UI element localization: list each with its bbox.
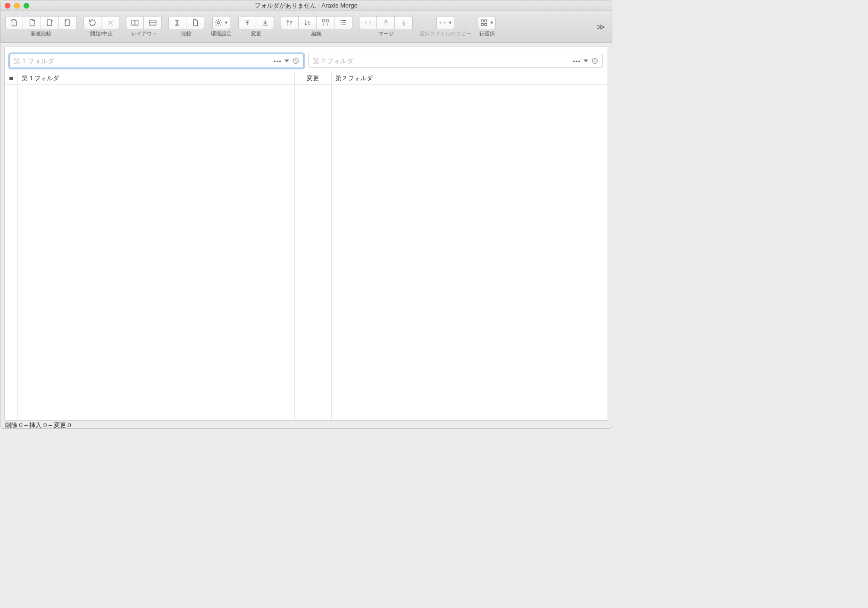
svg-rect-27 — [481, 24, 484, 26]
close-window-button[interactable] — [5, 3, 10, 8]
svg-point-23 — [385, 20, 386, 21]
toolbar-label-edit: 編集 — [311, 30, 322, 37]
dropdown-icon[interactable] — [584, 59, 588, 62]
svg-rect-15 — [323, 20, 325, 22]
toolbar-overflow-button[interactable]: ≫ — [594, 22, 607, 32]
pane-folder-2[interactable] — [332, 85, 608, 420]
window-title: フォルダがありません - Araxis Merge — [0, 1, 612, 10]
merge-up-button[interactable] — [377, 16, 395, 29]
layout-stacked-button[interactable] — [144, 16, 162, 29]
history-icon[interactable] — [591, 57, 599, 65]
window-controls — [5, 3, 29, 8]
chevron-down-icon: ▼ — [490, 20, 494, 25]
svg-point-6 — [217, 22, 220, 24]
header-change[interactable]: 変更 — [295, 72, 332, 84]
folder-1-input[interactable] — [10, 54, 274, 68]
chevron-down-icon: ▼ — [224, 20, 228, 25]
prev-change-button[interactable] — [238, 16, 256, 29]
toolbar-label-merge: マージ — [378, 30, 394, 37]
pane-folder-1[interactable] — [18, 85, 295, 420]
column-headers: 第 1 フォルダ 変更 第 2 フォルダ — [5, 72, 608, 85]
browse-icon[interactable]: ••• — [573, 58, 581, 65]
new-3way-file-compare-button[interactable] — [41, 16, 59, 29]
row-select-button[interactable]: ▼ — [478, 16, 496, 29]
toolbar: 新規比較 開始/中止 レイアウト — [0, 11, 612, 43]
status-text: 削除 0 – 挿入 0 – 変更 0 — [5, 421, 71, 429]
toolbar-group-change: 変更 — [238, 16, 274, 37]
merge-left-right-button[interactable] — [359, 16, 377, 29]
edit-sort-asc-button[interactable] — [281, 16, 299, 29]
layout-horizontal-button[interactable] — [126, 16, 144, 29]
toolbar-group-edit: 編集 — [281, 16, 352, 37]
toolbar-group-copy-selected: ▼ 選択ファイルのコピー — [419, 16, 471, 37]
toolbar-label-row-select: 行選択 — [479, 30, 495, 37]
toolbar-label-copy-selected: 選択ファイルのコピー — [419, 30, 471, 37]
content-panes — [5, 85, 608, 420]
compare-file-button[interactable] — [186, 16, 204, 29]
toolbar-group-merge: マージ — [359, 16, 413, 37]
edit-sort-desc-button[interactable] — [299, 16, 317, 29]
minimize-window-button[interactable] — [14, 3, 20, 8]
copy-selected-button[interactable]: ▼ — [436, 16, 454, 29]
titlebar: フォルダがありません - Araxis Merge — [0, 0, 612, 11]
pane-change — [295, 85, 332, 420]
folder-2-input[interactable] — [309, 54, 573, 68]
next-change-button[interactable] — [256, 16, 274, 29]
toolbar-group-row-select: ▼ 行選択 — [478, 16, 496, 37]
pane-marker — [5, 85, 18, 420]
toolbar-group-preferences: ▼ 環境設定 — [211, 16, 232, 37]
toolbar-group-new-compare: 新規比較 — [5, 16, 77, 37]
new-folder-compare-button[interactable] — [23, 16, 41, 29]
preferences-button[interactable]: ▼ — [212, 16, 230, 29]
browse-icon[interactable]: ••• — [274, 58, 282, 65]
toolbar-group-start-stop: 開始/中止 — [83, 16, 119, 37]
svg-rect-28 — [485, 24, 487, 26]
header-folder-2[interactable]: 第 2 フォルダ — [332, 72, 608, 84]
stop-button[interactable] — [101, 16, 119, 29]
status-bar: 削除 0 – 挿入 0 – 変更 0 — [0, 421, 612, 429]
toolbar-group-layout: レイアウト — [126, 16, 162, 37]
folder-1-path-box[interactable]: ••• — [9, 54, 304, 68]
svg-rect-26 — [485, 20, 487, 22]
toolbar-label-preferences: 環境設定 — [211, 30, 232, 37]
toolbar-label-start-stop: 開始/中止 — [90, 30, 112, 37]
start-button[interactable] — [83, 16, 101, 29]
dropdown-icon[interactable] — [284, 59, 289, 62]
toolbar-label-compare: 比較 — [181, 30, 192, 37]
header-folder-1[interactable]: 第 1 フォルダ — [18, 72, 295, 84]
edit-filter-button[interactable] — [317, 16, 334, 29]
toolbar-label-new-compare: 新規比較 — [31, 30, 51, 37]
new-file-compare-button[interactable] — [5, 16, 23, 29]
svg-rect-25 — [481, 20, 484, 22]
merge-down-button[interactable] — [395, 16, 413, 29]
toolbar-label-change: 変更 — [251, 30, 261, 37]
folder-2-path-box[interactable]: ••• — [309, 54, 603, 68]
path-row: ••• ••• — [5, 47, 608, 72]
svg-rect-16 — [326, 20, 328, 22]
chevron-down-icon: ▼ — [448, 20, 452, 25]
svg-rect-0 — [47, 20, 51, 25]
zoom-window-button[interactable] — [24, 3, 29, 8]
square-icon — [9, 77, 13, 80]
toolbar-label-layout: レイアウト — [131, 30, 157, 37]
history-icon[interactable] — [292, 57, 300, 65]
workspace: ••• ••• 第 1 フォルダ 変更 第 2 フォルダ — [4, 47, 608, 421]
compare-sigma-button[interactable] — [168, 16, 186, 29]
edit-list-button[interactable] — [334, 16, 352, 29]
header-marker[interactable] — [5, 72, 18, 84]
new-3way-folder-compare-button[interactable] — [59, 16, 77, 29]
svg-point-24 — [403, 25, 404, 25]
toolbar-group-compare: 比較 — [168, 16, 204, 37]
